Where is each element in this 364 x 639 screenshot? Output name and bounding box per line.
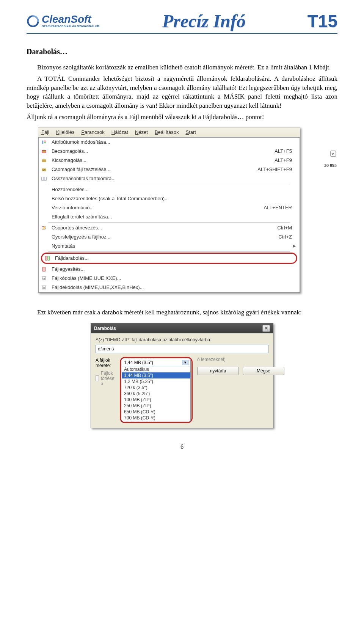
combo-opt-1[interactable]: 1,44 MB (3.5") [122, 372, 190, 378]
dialog-title-text: Darabolás [94, 326, 116, 331]
menuitem-test[interactable]: Csomagolt fájl tesztelése...ALT+SHIFT+F9 [39, 165, 300, 174]
menu-settings[interactable]: Beállítások [155, 129, 179, 135]
page-header: CleanSoft Számítástechnikai és Számvitel… [27, 11, 337, 34]
svg-rect-11 [43, 267, 46, 272]
decode-icon: ab [40, 284, 48, 290]
cancel-button[interactable]: Mégse [243, 367, 284, 375]
menuitem-attributes[interactable]: Attribútumok módosítása... [39, 138, 300, 147]
menuitem-version[interactable]: Verzió-információ...ALT+ENTER [39, 203, 300, 212]
menuitem-rename[interactable]: Csoportos átnevezés...Ctrl+M [39, 223, 300, 232]
menuitem-compare[interactable]: Összehasonlítás tartalomra... [39, 174, 300, 183]
menuitem-decode[interactable]: abFájldekódolás (MIME,UUE,XXE,BinHex)... [39, 283, 300, 292]
checkbox-label: Fájlok törlése a [101, 371, 117, 386]
svg-rect-9 [46, 256, 47, 261]
page-number: 6 [27, 443, 337, 450]
menubar: Fájl Kijelölés Parancsok Hálózat Nézet B… [38, 127, 300, 137]
combo-opt-5[interactable]: 100 MB (ZIP) [122, 397, 190, 403]
svg-rect-5 [42, 168, 46, 171]
svg-text:01: 01 [43, 277, 46, 279]
menuitem-pack[interactable]: Becsomagolás...ALT+F5 [39, 147, 300, 156]
doc-code: T15 [308, 11, 337, 31]
menuitem-note[interactable]: Gyorsfeljegyzés a fájlhoz...Ctrl+Z [39, 232, 300, 242]
size-combo[interactable]: 1,44 MB (3.5") ▼ Automatikus 1,44 MB (3.… [122, 359, 191, 421]
menu-network[interactable]: Hálózat [111, 129, 128, 135]
menuitem-split[interactable]: Fájldarabolás... [42, 254, 296, 263]
file-dropdown: Attribútumok módosítása... Becsomagolás.… [38, 137, 300, 292]
combo-opt-2[interactable]: 1,2 MB (5.25") [122, 378, 190, 385]
chevron-down-icon: ▼ [182, 360, 188, 365]
highlight-box: 1,44 MB (3.5") ▼ Automatikus 1,44 MB (3.… [120, 357, 193, 423]
svg-rect-10 [48, 256, 49, 261]
attr-icon [40, 139, 48, 145]
menu-file[interactable]: Fájl [41, 129, 49, 135]
screenshot-dialog: Darabolás ✕ A(z) "DEMO.ZIP" fájl darabol… [91, 323, 273, 428]
checkbox-icon[interactable] [96, 375, 99, 381]
test-icon [40, 166, 48, 173]
menu-start[interactable]: Start [185, 129, 196, 135]
menu-view[interactable]: Nézet [135, 129, 148, 135]
menuitem-unpack[interactable]: Kicsomagolás...ALT+F9 [39, 156, 300, 165]
section-heading: Darabolás… [27, 47, 337, 56]
path-input[interactable] [96, 345, 268, 353]
menu-commands[interactable]: Parancsok [81, 129, 104, 135]
paragraph-3: Álljunk rá a csomagolt állományra és a F… [27, 113, 337, 122]
compare-icon [40, 176, 48, 182]
logo: CleanSoft Számítástechnikai és Számvitel… [27, 14, 100, 28]
svg-rect-6 [42, 177, 44, 180]
logo-icon [27, 15, 39, 28]
pack-icon [40, 148, 48, 154]
svg-rect-1 [44, 140, 46, 141]
svg-rect-2 [44, 142, 46, 143]
combo-opt-0[interactable]: Automatikus [122, 366, 190, 372]
size-label: A fájlok mérete: [96, 358, 117, 368]
highlight-circle: Fájldarabolás... [41, 253, 297, 264]
tree-button[interactable]: nyvtárfa [197, 367, 239, 375]
svg-text:ab: ab [43, 286, 46, 289]
menuitem-encode[interactable]: 01Fájlkódolás (MIME,UUE,XXE)... [39, 274, 300, 283]
combo-opt-4[interactable]: 360 k (5.25") [122, 391, 190, 397]
menuitem-space[interactable]: Elfoglalt terület számítása... [39, 212, 300, 221]
merge-icon [40, 266, 48, 272]
dialog-line1: A(z) "DEMO.ZIP" fájl darabolása az alább… [96, 337, 268, 342]
combo-opt-3[interactable]: 720 k (3.5") [122, 385, 190, 391]
split-icon [44, 255, 51, 261]
drive-chip[interactable]: e [330, 151, 336, 157]
menuitem-print[interactable]: Nyomtatás▶ [39, 242, 300, 251]
paragraph-2: A TOTÁL Commander lehetőséget biztosít a… [27, 74, 337, 110]
side-number: 30 095 [324, 163, 337, 168]
screenshot-menu: Fájl Kijelölés Parancsok Hálózat Nézet B… [38, 127, 300, 293]
combo-opt-8[interactable]: 700 MB (CD-R) [122, 415, 190, 421]
combo-opt-6[interactable]: 250 MB (ZIP) [122, 403, 190, 409]
combo-selected[interactable]: 1,44 MB (3.5") ▼ [122, 359, 190, 366]
submenu-arrow-icon: ▶ [293, 243, 296, 248]
delete-checkbox-row[interactable]: Fájlok törlése a [96, 371, 117, 386]
unpack-icon [40, 157, 48, 163]
svg-rect-7 [44, 177, 46, 180]
paragraph-1: Bizonyos szolgáltatók korlátozzák az ema… [27, 63, 337, 72]
combo-opt-7[interactable]: 650 MB (CD-R) [122, 409, 190, 415]
menuitem-assoc[interactable]: Hozzárendelés... [39, 185, 300, 194]
dialog-titlebar: Darabolás ✕ [91, 323, 273, 333]
encode-icon: 01 [40, 275, 48, 281]
checkbox-tail: ő lemezeknél) [197, 357, 284, 362]
doc-title: Precíz Infó [162, 11, 246, 31]
menuitem-merge[interactable]: Fájlegyesítés... [39, 265, 300, 274]
logo-main-text: CleanSoft [42, 14, 100, 25]
combo-list: Automatikus 1,44 MB (3.5") 1,2 MB (5.25"… [122, 366, 190, 421]
menuitem-internal-assoc[interactable]: Belső hozzárendelés (csak a Total Comman… [39, 194, 300, 203]
close-button[interactable]: ✕ [262, 325, 270, 332]
rename-icon [40, 225, 48, 231]
paragraph-4: Ezt követően már csak a darabok méretét … [27, 308, 337, 317]
logo-sub-text: Számítástechnikai és Számviteli Kft. [42, 25, 100, 28]
menu-select[interactable]: Kijelölés [56, 129, 74, 135]
svg-rect-0 [42, 140, 44, 144]
